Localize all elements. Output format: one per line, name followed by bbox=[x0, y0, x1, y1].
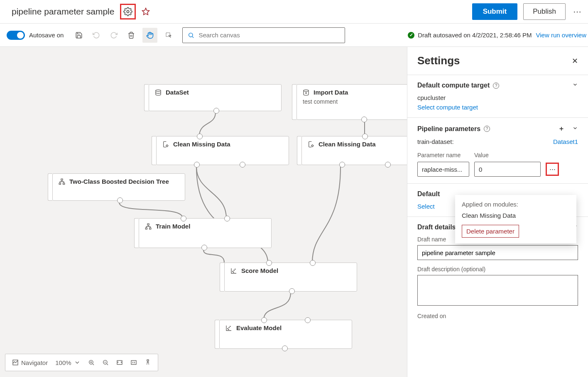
fit-icon bbox=[116, 359, 123, 366]
svg-rect-14 bbox=[149, 228, 151, 229]
node-two-class-tree[interactable]: Two-Class Boosted Decision Tree bbox=[52, 173, 185, 201]
select-tool-button[interactable] bbox=[162, 32, 175, 39]
tree-icon bbox=[59, 178, 65, 185]
zoom-select[interactable]: 100% bbox=[53, 359, 83, 366]
delete-button[interactable] bbox=[125, 32, 137, 39]
collapse-button[interactable] bbox=[572, 125, 578, 133]
node-label: Score Model bbox=[241, 267, 278, 274]
param-more-button[interactable]: ⋯ bbox=[546, 163, 559, 176]
actual-size-button[interactable] bbox=[128, 359, 140, 366]
undo-icon bbox=[93, 32, 100, 39]
header-more-button[interactable]: ⋯ bbox=[573, 7, 581, 17]
input-port[interactable] bbox=[266, 260, 272, 266]
input-port[interactable] bbox=[261, 317, 267, 323]
navigator-button[interactable]: Navigator bbox=[10, 359, 50, 366]
select-compute-link[interactable]: Select compute target bbox=[417, 104, 478, 111]
star-icon bbox=[142, 7, 150, 16]
compute-value: cpucluster bbox=[417, 94, 578, 101]
redo-button[interactable] bbox=[108, 32, 120, 39]
select-datastore-link[interactable]: Select bbox=[417, 203, 435, 210]
pan-tool-button[interactable] bbox=[142, 28, 157, 43]
pipeline-title: pipeline parameter sample bbox=[12, 7, 114, 17]
output-port[interactable] bbox=[240, 162, 245, 168]
draft-desc-label: Draft description (optional) bbox=[417, 266, 578, 272]
node-evaluate-model[interactable]: Evaluate Model bbox=[219, 320, 352, 349]
search-canvas-input[interactable] bbox=[182, 27, 345, 43]
chevron-down-icon bbox=[572, 125, 578, 131]
zoom-in-button[interactable] bbox=[86, 359, 97, 366]
node-subtitle: test comment bbox=[303, 98, 423, 105]
undo-button[interactable] bbox=[90, 32, 103, 39]
input-port[interactable] bbox=[362, 134, 368, 139]
train-dataset-value[interactable]: Dataset1 bbox=[553, 138, 578, 145]
save-button[interactable] bbox=[73, 32, 85, 39]
output-port[interactable] bbox=[213, 108, 219, 114]
input-port[interactable] bbox=[224, 216, 230, 221]
train-dataset-label: train-dataset: bbox=[417, 138, 454, 145]
node-dataset[interactable]: DataSet bbox=[149, 84, 282, 111]
publish-button[interactable]: Publish bbox=[523, 3, 566, 20]
output-port[interactable] bbox=[117, 197, 123, 203]
svg-line-4 bbox=[193, 36, 194, 38]
output-port[interactable] bbox=[289, 288, 295, 294]
database-icon bbox=[155, 89, 162, 96]
svg-point-3 bbox=[189, 33, 193, 36]
favorite-star-button[interactable] bbox=[142, 7, 150, 16]
autosave-toggle[interactable] bbox=[7, 31, 25, 40]
add-param-button[interactable]: ＋ bbox=[558, 124, 565, 133]
svg-rect-13 bbox=[145, 228, 147, 229]
draft-name-input[interactable] bbox=[417, 245, 578, 260]
output-port[interactable] bbox=[361, 117, 367, 122]
settings-gear-button[interactable] bbox=[120, 4, 136, 19]
svg-point-19 bbox=[228, 328, 228, 328]
redo-icon bbox=[110, 32, 118, 39]
svg-rect-33 bbox=[147, 360, 149, 361]
created-on-label: Created on bbox=[417, 313, 578, 319]
param-name-input[interactable]: raplace-miss... bbox=[417, 162, 469, 177]
output-port[interactable] bbox=[339, 162, 345, 168]
node-score-model[interactable]: Score Model bbox=[224, 263, 357, 292]
search-icon bbox=[188, 32, 194, 39]
output-port[interactable] bbox=[385, 162, 391, 168]
svg-point-5 bbox=[156, 90, 161, 91]
save-status: Draft autosaved on 4/2/2021, 2:58:46 PM … bbox=[408, 32, 588, 39]
bottom-toolbar: Navigator 100% bbox=[5, 354, 158, 371]
help-icon[interactable]: ? bbox=[484, 126, 490, 132]
node-label: Clean Missing Data bbox=[318, 141, 376, 148]
delete-parameter-button[interactable]: Delete parameter bbox=[462, 225, 519, 238]
input-port[interactable] bbox=[197, 134, 203, 139]
collapse-button[interactable] bbox=[572, 82, 578, 89]
view-run-link[interactable]: View run overview bbox=[536, 32, 586, 39]
svg-point-22 bbox=[228, 329, 229, 329]
param-value-label: Value bbox=[474, 152, 541, 158]
draft-desc-input[interactable] bbox=[417, 275, 578, 306]
svg-rect-9 bbox=[61, 179, 63, 180]
input-port[interactable] bbox=[310, 260, 316, 266]
zoom-out-button[interactable] bbox=[100, 359, 111, 366]
scatter-icon bbox=[225, 325, 232, 331]
output-port[interactable] bbox=[201, 245, 207, 251]
input-port[interactable] bbox=[305, 317, 311, 323]
svg-point-20 bbox=[229, 327, 229, 328]
close-settings-button[interactable]: ✕ bbox=[572, 56, 578, 66]
input-port[interactable] bbox=[181, 216, 186, 221]
import-icon bbox=[303, 89, 309, 96]
chevron-down-icon bbox=[572, 82, 578, 88]
param-value-input[interactable]: 0 bbox=[474, 162, 541, 177]
output-port[interactable] bbox=[194, 162, 200, 168]
search-canvas-field[interactable] bbox=[198, 32, 340, 39]
output-port[interactable] bbox=[282, 345, 288, 351]
svg-marker-1 bbox=[142, 8, 149, 15]
svg-point-7 bbox=[166, 145, 168, 146]
save-icon bbox=[75, 32, 83, 39]
svg-rect-10 bbox=[59, 183, 61, 184]
node-train-model[interactable]: Train Model bbox=[139, 218, 272, 248]
node-clean-missing-1[interactable]: Clean Missing Data bbox=[156, 136, 289, 165]
fit-screen-button[interactable] bbox=[114, 359, 125, 366]
svg-point-21 bbox=[230, 326, 230, 326]
check-icon bbox=[408, 32, 414, 39]
auto-layout-button[interactable] bbox=[142, 359, 154, 366]
help-icon[interactable]: ? bbox=[493, 83, 499, 89]
params-section: Pipeline parameters ? ＋ train-dataset: D… bbox=[407, 118, 588, 184]
submit-button[interactable]: Submit bbox=[472, 3, 518, 20]
